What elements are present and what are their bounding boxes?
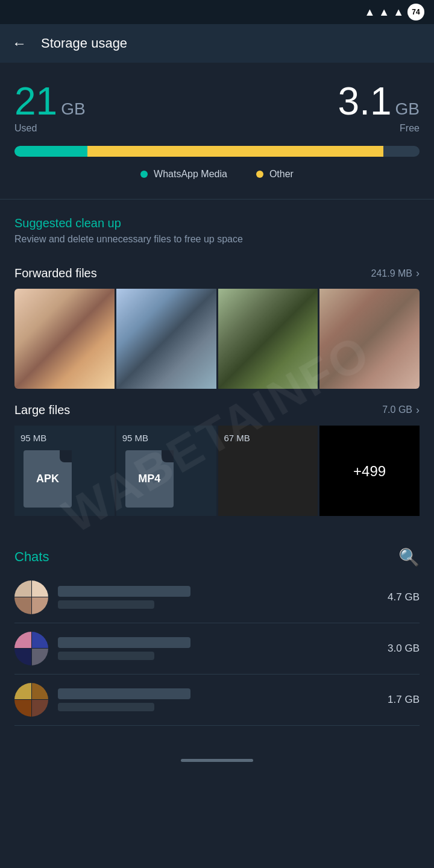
section-chats: Chats 🔍 4.7 GB 3.0 GB xyxy=(0,533,434,726)
chats-title: Chats xyxy=(14,549,49,565)
chat-sub-blur-3 xyxy=(58,703,154,711)
more-files-label: +499 xyxy=(353,463,386,480)
wifi-icon: ▲ xyxy=(365,6,376,19)
home-indicator xyxy=(0,750,434,772)
used-label: Used xyxy=(14,123,86,134)
avatar-quad xyxy=(14,683,31,700)
large-file-more[interactable]: +499 xyxy=(319,426,420,516)
suggested-title: Suggested clean up xyxy=(14,216,420,230)
large-files-label: Large files xyxy=(14,403,70,417)
section-forwarded[interactable]: Forwarded files 241.9 MB › xyxy=(0,254,434,389)
forwarded-files-label: Forwarded files xyxy=(14,266,97,280)
thumbnail-1[interactable] xyxy=(14,289,115,389)
chat-info-1 xyxy=(58,586,378,609)
legend-other: Other xyxy=(256,169,294,180)
legend-whatsapp: WhatsApp Media xyxy=(140,169,227,180)
apk-size: 95 MB xyxy=(20,433,46,443)
forwarded-files-size-area[interactable]: 241.9 MB › xyxy=(371,267,420,280)
chat-name-blur-2 xyxy=(58,637,190,648)
mp4-icon: MP4 xyxy=(122,449,177,509)
chat-item-1[interactable]: 4.7 GB xyxy=(14,572,420,623)
avatar-quad xyxy=(32,683,49,700)
large-file-mp4[interactable]: 95 MB MP4 xyxy=(116,426,216,516)
chat-sub-blur-1 xyxy=(58,600,154,609)
search-icon[interactable]: 🔍 xyxy=(398,547,420,567)
used-unit: GB xyxy=(61,99,85,119)
signal2-icon: ▲ xyxy=(393,6,404,19)
large-files-size-area[interactable]: 7.0 GB › xyxy=(382,404,420,417)
large-file-dark[interactable]: 67 MB xyxy=(218,426,318,516)
free-unit: GB xyxy=(395,99,420,119)
avatar-quad xyxy=(14,649,31,665)
chat-info-3 xyxy=(58,688,378,711)
avatar-quad xyxy=(32,580,49,597)
avatar-quad xyxy=(32,597,49,614)
chat-size-3: 1.7 GB xyxy=(388,694,420,706)
storage-overview: 21 GB Used 3.1 GB Free WhatsApp Media Ot… xyxy=(0,63,434,199)
whatsapp-legend-label: WhatsApp Media xyxy=(154,169,227,180)
storage-numbers: 21 GB Used 3.1 GB Free xyxy=(14,82,420,134)
free-label: Free xyxy=(400,123,420,134)
home-bar xyxy=(181,759,253,762)
other-legend-label: Other xyxy=(269,169,294,180)
forwarded-files-chevron: › xyxy=(416,267,420,280)
forwarded-files-header[interactable]: Forwarded files 241.9 MB › xyxy=(14,266,420,280)
mp4-size: 95 MB xyxy=(122,433,148,443)
chat-item-3[interactable]: 1.7 GB xyxy=(14,675,420,726)
forwarded-files-size: 241.9 MB xyxy=(371,268,412,279)
avatar-quad xyxy=(32,632,49,649)
page-title: Storage usage xyxy=(41,36,127,51)
chat-size-2: 3.0 GB xyxy=(388,643,420,655)
section-large-files[interactable]: Large files 7.0 GB › 95 MB APK 95 MB MP4 xyxy=(0,403,434,516)
avatar-quad xyxy=(14,597,31,614)
apk-label: APK xyxy=(36,473,59,485)
storage-progress-bar xyxy=(14,146,420,157)
chat-info-2 xyxy=(58,637,378,660)
progress-whatsapp xyxy=(14,146,87,157)
chat-name-blur-1 xyxy=(58,586,190,597)
other-dot xyxy=(256,171,263,178)
mp4-label: MP4 xyxy=(138,473,160,485)
storage-used: 21 GB Used xyxy=(14,82,86,134)
whatsapp-dot xyxy=(140,171,148,178)
chats-header: Chats 🔍 xyxy=(14,547,420,567)
storage-legend: WhatsApp Media Other xyxy=(14,169,420,180)
chat-avatar-3 xyxy=(14,683,48,717)
free-number: 3.1 xyxy=(338,82,392,121)
avatar-quad xyxy=(32,649,49,665)
avatar-quad xyxy=(14,632,31,649)
signal1-icon: ▲ xyxy=(379,6,389,19)
chat-name-blur-3 xyxy=(58,688,190,699)
battery-label: 74 xyxy=(412,8,420,16)
progress-other xyxy=(87,146,383,157)
storage-free: 3.1 GB Free xyxy=(338,82,420,134)
chat-sub-blur-2 xyxy=(58,652,154,660)
status-icons: ▲ ▲ ▲ 74 xyxy=(365,4,424,20)
dark-file-size: 67 MB xyxy=(224,433,250,443)
section-suggested: Suggested clean up Review and delete unn… xyxy=(0,200,434,254)
large-files-header[interactable]: Large files 7.0 GB › xyxy=(14,403,420,417)
large-files-chevron: › xyxy=(416,404,420,417)
status-bar: ▲ ▲ ▲ 74 xyxy=(0,0,434,24)
avatar-quad xyxy=(32,700,49,717)
thumbnail-3[interactable] xyxy=(218,289,318,389)
battery-badge: 74 xyxy=(407,4,424,20)
top-bar: ← Storage usage xyxy=(0,24,434,63)
large-files-size: 7.0 GB xyxy=(382,404,412,415)
avatar-quad xyxy=(14,700,31,717)
forwarded-thumbnails[interactable] xyxy=(14,289,420,389)
thumbnail-2[interactable] xyxy=(116,289,216,389)
chat-item-2[interactable]: 3.0 GB xyxy=(14,623,420,675)
suggested-subtitle: Review and delete unnecessary files to f… xyxy=(14,234,420,245)
large-files-grid[interactable]: 95 MB APK 95 MB MP4 67 MB +499 xyxy=(14,426,420,516)
used-number: 21 xyxy=(14,82,57,121)
avatar-quad xyxy=(14,580,31,597)
chat-size-1: 4.7 GB xyxy=(388,591,420,603)
large-file-apk[interactable]: 95 MB APK xyxy=(14,426,115,516)
chat-avatar-1 xyxy=(14,580,48,614)
apk-icon: APK xyxy=(20,449,75,509)
chat-avatar-2 xyxy=(14,632,48,665)
thumbnail-4[interactable] xyxy=(319,289,420,389)
back-button[interactable]: ← xyxy=(12,35,27,52)
